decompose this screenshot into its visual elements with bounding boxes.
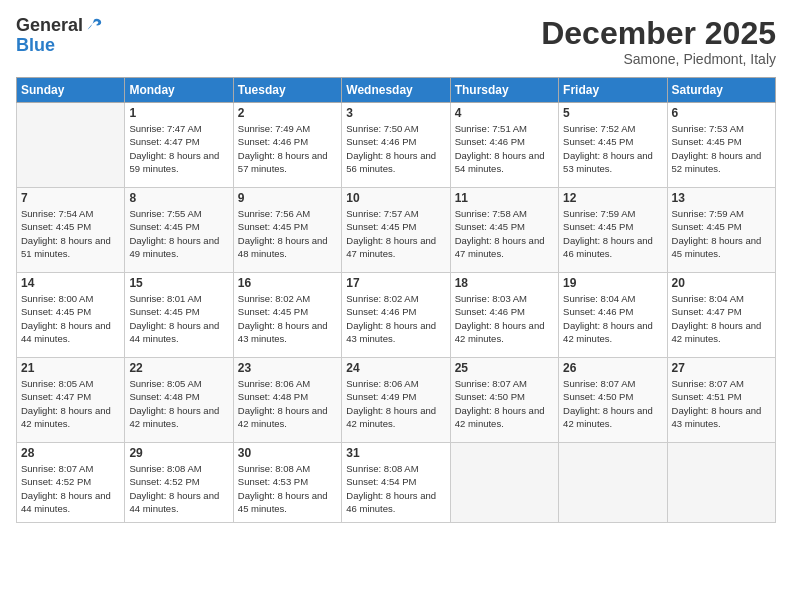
day-number: 1 [129, 106, 228, 120]
day-info: Sunrise: 8:02 AMSunset: 4:46 PMDaylight:… [346, 292, 445, 345]
table-row: 31Sunrise: 8:08 AMSunset: 4:54 PMDayligh… [342, 443, 450, 523]
table-row: 20Sunrise: 8:04 AMSunset: 4:47 PMDayligh… [667, 273, 775, 358]
day-info: Sunrise: 8:08 AMSunset: 4:54 PMDaylight:… [346, 462, 445, 515]
table-row: 21Sunrise: 8:05 AMSunset: 4:47 PMDayligh… [17, 358, 125, 443]
header-monday: Monday [125, 78, 233, 103]
table-row: 12Sunrise: 7:59 AMSunset: 4:45 PMDayligh… [559, 188, 667, 273]
calendar-header-row: Sunday Monday Tuesday Wednesday Thursday… [17, 78, 776, 103]
day-number: 10 [346, 191, 445, 205]
day-number: 25 [455, 361, 554, 375]
logo-general-text: General [16, 16, 83, 36]
header-tuesday: Tuesday [233, 78, 341, 103]
day-info: Sunrise: 8:06 AMSunset: 4:48 PMDaylight:… [238, 377, 337, 430]
day-number: 18 [455, 276, 554, 290]
day-info: Sunrise: 8:04 AMSunset: 4:47 PMDaylight:… [672, 292, 771, 345]
day-info: Sunrise: 7:50 AMSunset: 4:46 PMDaylight:… [346, 122, 445, 175]
day-number: 3 [346, 106, 445, 120]
logo-bird-icon [85, 17, 103, 35]
header-saturday: Saturday [667, 78, 775, 103]
table-row: 10Sunrise: 7:57 AMSunset: 4:45 PMDayligh… [342, 188, 450, 273]
day-info: Sunrise: 8:07 AMSunset: 4:51 PMDaylight:… [672, 377, 771, 430]
day-info: Sunrise: 8:07 AMSunset: 4:50 PMDaylight:… [563, 377, 662, 430]
day-number: 12 [563, 191, 662, 205]
day-number: 28 [21, 446, 120, 460]
day-number: 2 [238, 106, 337, 120]
day-number: 16 [238, 276, 337, 290]
day-number: 9 [238, 191, 337, 205]
table-row: 24Sunrise: 8:06 AMSunset: 4:49 PMDayligh… [342, 358, 450, 443]
day-number: 15 [129, 276, 228, 290]
table-row: 22Sunrise: 8:05 AMSunset: 4:48 PMDayligh… [125, 358, 233, 443]
day-info: Sunrise: 7:54 AMSunset: 4:45 PMDaylight:… [21, 207, 120, 260]
day-info: Sunrise: 7:59 AMSunset: 4:45 PMDaylight:… [672, 207, 771, 260]
day-number: 6 [672, 106, 771, 120]
logo: General Blue [16, 16, 103, 56]
table-row: 18Sunrise: 8:03 AMSunset: 4:46 PMDayligh… [450, 273, 558, 358]
header-friday: Friday [559, 78, 667, 103]
table-row [667, 443, 775, 523]
table-row [450, 443, 558, 523]
day-info: Sunrise: 8:05 AMSunset: 4:48 PMDaylight:… [129, 377, 228, 430]
day-number: 21 [21, 361, 120, 375]
table-row: 17Sunrise: 8:02 AMSunset: 4:46 PMDayligh… [342, 273, 450, 358]
day-info: Sunrise: 7:57 AMSunset: 4:45 PMDaylight:… [346, 207, 445, 260]
day-number: 19 [563, 276, 662, 290]
day-number: 30 [238, 446, 337, 460]
table-row: 23Sunrise: 8:06 AMSunset: 4:48 PMDayligh… [233, 358, 341, 443]
table-row: 4Sunrise: 7:51 AMSunset: 4:46 PMDaylight… [450, 103, 558, 188]
table-row: 2Sunrise: 7:49 AMSunset: 4:46 PMDaylight… [233, 103, 341, 188]
day-number: 7 [21, 191, 120, 205]
day-number: 8 [129, 191, 228, 205]
table-row [17, 103, 125, 188]
table-row: 27Sunrise: 8:07 AMSunset: 4:51 PMDayligh… [667, 358, 775, 443]
day-info: Sunrise: 8:01 AMSunset: 4:45 PMDaylight:… [129, 292, 228, 345]
day-number: 27 [672, 361, 771, 375]
day-number: 20 [672, 276, 771, 290]
calendar-table: Sunday Monday Tuesday Wednesday Thursday… [16, 77, 776, 523]
day-number: 14 [21, 276, 120, 290]
header: General Blue December 2025 Samone, Piedm… [16, 16, 776, 67]
day-info: Sunrise: 8:08 AMSunset: 4:53 PMDaylight:… [238, 462, 337, 515]
table-row: 28Sunrise: 8:07 AMSunset: 4:52 PMDayligh… [17, 443, 125, 523]
table-row: 16Sunrise: 8:02 AMSunset: 4:45 PMDayligh… [233, 273, 341, 358]
day-info: Sunrise: 7:55 AMSunset: 4:45 PMDaylight:… [129, 207, 228, 260]
location-text: Samone, Piedmont, Italy [541, 51, 776, 67]
table-row: 14Sunrise: 8:00 AMSunset: 4:45 PMDayligh… [17, 273, 125, 358]
table-row: 8Sunrise: 7:55 AMSunset: 4:45 PMDaylight… [125, 188, 233, 273]
table-row: 26Sunrise: 8:07 AMSunset: 4:50 PMDayligh… [559, 358, 667, 443]
day-info: Sunrise: 8:07 AMSunset: 4:52 PMDaylight:… [21, 462, 120, 515]
day-info: Sunrise: 7:53 AMSunset: 4:45 PMDaylight:… [672, 122, 771, 175]
table-row: 1Sunrise: 7:47 AMSunset: 4:47 PMDaylight… [125, 103, 233, 188]
day-number: 23 [238, 361, 337, 375]
day-number: 5 [563, 106, 662, 120]
table-row: 13Sunrise: 7:59 AMSunset: 4:45 PMDayligh… [667, 188, 775, 273]
table-row: 15Sunrise: 8:01 AMSunset: 4:45 PMDayligh… [125, 273, 233, 358]
day-info: Sunrise: 7:51 AMSunset: 4:46 PMDaylight:… [455, 122, 554, 175]
day-number: 26 [563, 361, 662, 375]
header-thursday: Thursday [450, 78, 558, 103]
day-info: Sunrise: 7:58 AMSunset: 4:45 PMDaylight:… [455, 207, 554, 260]
table-row: 3Sunrise: 7:50 AMSunset: 4:46 PMDaylight… [342, 103, 450, 188]
day-number: 31 [346, 446, 445, 460]
table-row: 5Sunrise: 7:52 AMSunset: 4:45 PMDaylight… [559, 103, 667, 188]
day-info: Sunrise: 8:00 AMSunset: 4:45 PMDaylight:… [21, 292, 120, 345]
header-wednesday: Wednesday [342, 78, 450, 103]
day-info: Sunrise: 7:49 AMSunset: 4:46 PMDaylight:… [238, 122, 337, 175]
day-info: Sunrise: 8:02 AMSunset: 4:45 PMDaylight:… [238, 292, 337, 345]
day-info: Sunrise: 7:47 AMSunset: 4:47 PMDaylight:… [129, 122, 228, 175]
table-row: 11Sunrise: 7:58 AMSunset: 4:45 PMDayligh… [450, 188, 558, 273]
day-number: 17 [346, 276, 445, 290]
day-info: Sunrise: 8:05 AMSunset: 4:47 PMDaylight:… [21, 377, 120, 430]
day-info: Sunrise: 7:59 AMSunset: 4:45 PMDaylight:… [563, 207, 662, 260]
table-row: 19Sunrise: 8:04 AMSunset: 4:46 PMDayligh… [559, 273, 667, 358]
day-number: 11 [455, 191, 554, 205]
page: General Blue December 2025 Samone, Piedm… [0, 0, 792, 612]
table-row: 9Sunrise: 7:56 AMSunset: 4:45 PMDaylight… [233, 188, 341, 273]
day-number: 22 [129, 361, 228, 375]
table-row: 7Sunrise: 7:54 AMSunset: 4:45 PMDaylight… [17, 188, 125, 273]
day-info: Sunrise: 8:08 AMSunset: 4:52 PMDaylight:… [129, 462, 228, 515]
day-number: 13 [672, 191, 771, 205]
title-block: December 2025 Samone, Piedmont, Italy [541, 16, 776, 67]
day-info: Sunrise: 8:04 AMSunset: 4:46 PMDaylight:… [563, 292, 662, 345]
day-info: Sunrise: 7:56 AMSunset: 4:45 PMDaylight:… [238, 207, 337, 260]
